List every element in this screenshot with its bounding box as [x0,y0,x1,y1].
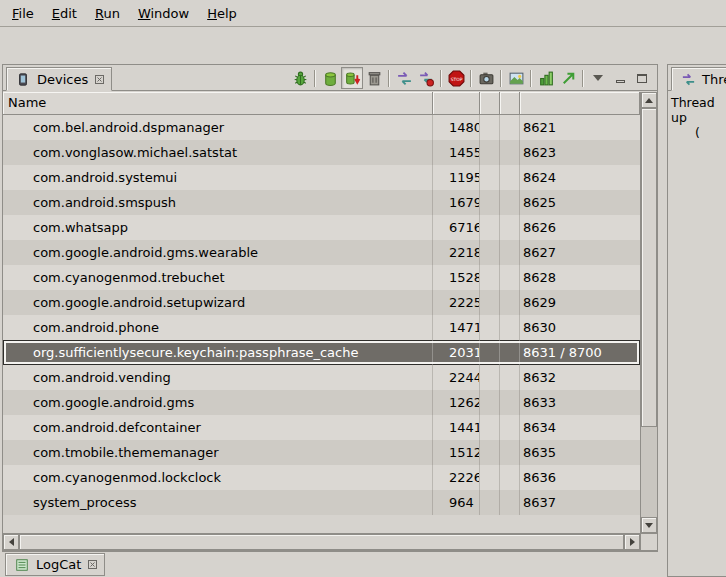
empty-cell [500,290,520,315]
scroll-down-button[interactable] [641,517,657,533]
update-threads-icon[interactable] [393,67,415,89]
threads-message-line1: Thread up [671,95,724,125]
tab-devices-close-icon[interactable] [95,75,104,84]
menu-run[interactable]: Run [86,0,129,26]
devices-panel: Devices [2,64,658,551]
process-pid: 22440 [433,365,480,390]
horizontal-scrollbar-thumb[interactable] [19,534,624,550]
toolbar-separator [500,70,502,87]
tab-devices-label: Devices [37,72,88,87]
debug-process-icon[interactable] [289,67,311,89]
ddms-window: { "window": { "menu_items": [ { "label":… [0,0,726,577]
empty-cell [500,240,520,265]
process-port: 8630 [520,315,640,340]
column-header-pid[interactable] [433,92,480,115]
scroll-left-button[interactable] [3,534,19,550]
column-header-port[interactable] [520,92,640,115]
menu-help[interactable]: Help [198,0,246,26]
process-port: 8626 [520,215,640,240]
empty-cell [500,415,520,440]
tab-logcat[interactable]: LogCat [5,553,105,576]
table-row[interactable]: system_process 964 8637 [3,490,640,515]
empty-cell [480,165,500,190]
threads-icon [679,70,697,88]
table-row[interactable]: com.android.vending 22440 8632 [3,365,640,390]
menu-edit[interactable]: Edit [43,0,86,26]
device-process-table: Name com.bel.android.dspmanager 1480 862… [3,92,640,533]
table-row[interactable]: com.android.systemui 1195 8624 [3,165,640,190]
scrollbar-corner [640,533,657,550]
minimize-icon[interactable] [609,67,631,89]
table-row[interactable]: com.google.android.gms.wearable 22185 86… [3,240,640,265]
column-header-name[interactable]: Name [3,92,433,115]
empty-cell [480,190,500,215]
update-heap-icon[interactable] [319,67,341,89]
table-row[interactable]: com.cyanogenmod.lockclock 22265 8636 [3,465,640,490]
menu-edit-label: Edit [52,6,77,21]
empty-cell [500,115,520,140]
table-row[interactable]: com.android.smspush 1679 8625 [3,190,640,215]
process-pid: 964 [433,490,480,515]
menu-window[interactable]: Window [129,0,198,26]
scroll-up-button[interactable] [641,92,657,108]
tab-logcat-close-icon[interactable] [88,560,97,569]
column-header-blank-1[interactable] [480,92,500,115]
main-toolbar [0,27,726,61]
process-port: 8631 / 8700 [520,340,640,365]
dump-view-hierarchy-icon[interactable] [557,67,579,89]
table-row[interactable]: com.google.android.gms 12623 8633 [3,390,640,415]
empty-cell [480,265,500,290]
devices-view-toolbar: STOP [289,65,653,91]
table-row[interactable]: com.vonglasow.michael.satstat 14553 8623 [3,140,640,165]
stop-icon-text: STOP [450,76,462,81]
empty-cell [480,440,500,465]
horizontal-scrollbar[interactable] [3,533,640,550]
empty-cell [480,315,500,340]
process-name: com.cyanogenmod.lockclock [3,465,433,490]
view-menu-icon[interactable] [587,67,609,89]
vertical-scrollbar-thumb[interactable] [641,108,657,427]
process-pid: 14411 [433,415,480,440]
process-pid: 22185 [433,240,480,265]
process-pid: 1195 [433,165,480,190]
empty-cell [480,240,500,265]
cause-gc-icon[interactable] [363,67,385,89]
table-row[interactable]: org.sufficientlysecure.keychain:passphra… [3,340,640,365]
table-row[interactable]: com.tmobile.thememanager 1512 8635 [3,440,640,465]
maximize-icon[interactable] [631,67,653,89]
screen-record-icon[interactable] [505,67,527,89]
table-row[interactable]: com.android.phone 1471 8630 [3,315,640,340]
toolbar-separator [470,70,472,87]
scroll-right-button[interactable] [624,534,640,550]
menu-file[interactable]: File [3,0,43,26]
process-pid: 20311 [433,340,480,365]
workspace: Devices [0,61,726,577]
table-row[interactable]: com.cyanogenmod.trebuchet 1528 8628 [3,265,640,290]
table-row[interactable]: com.whatsapp 6716 8626 [3,215,640,240]
empty-cell [500,365,520,390]
process-port: 8627 [520,240,640,265]
screen-capture-icon[interactable] [475,67,497,89]
tab-threads[interactable]: Threads [671,67,726,91]
dump-hprof-icon[interactable] [341,67,363,89]
table-row[interactable]: com.android.defcontainer 14411 8634 [3,415,640,440]
process-name: org.sufficientlysecure.keychain:passphra… [3,340,433,365]
capture-system-info-icon[interactable] [535,67,557,89]
process-name: com.tmobile.thememanager [3,440,433,465]
process-name: com.android.phone [3,315,433,340]
tab-devices[interactable]: Devices [6,67,112,91]
start-method-profiling-icon[interactable] [415,67,437,89]
table-row[interactable]: com.google.android.setupwizard 22250 862… [3,290,640,315]
table-row[interactable]: com.bel.android.dspmanager 1480 8621 [3,115,640,140]
empty-cell [500,465,520,490]
empty-cell [480,140,500,165]
empty-cell [500,165,520,190]
empty-cell [480,340,500,365]
column-header-blank-2[interactable] [500,92,520,115]
vertical-scrollbar[interactable] [640,92,657,533]
threads-tabbar: Threads [668,65,726,91]
toolbar-separator [440,70,442,87]
stop-process-icon[interactable]: STOP [445,67,467,89]
menu-help-label: Help [207,6,237,21]
process-name: com.bel.android.dspmanager [3,115,433,140]
